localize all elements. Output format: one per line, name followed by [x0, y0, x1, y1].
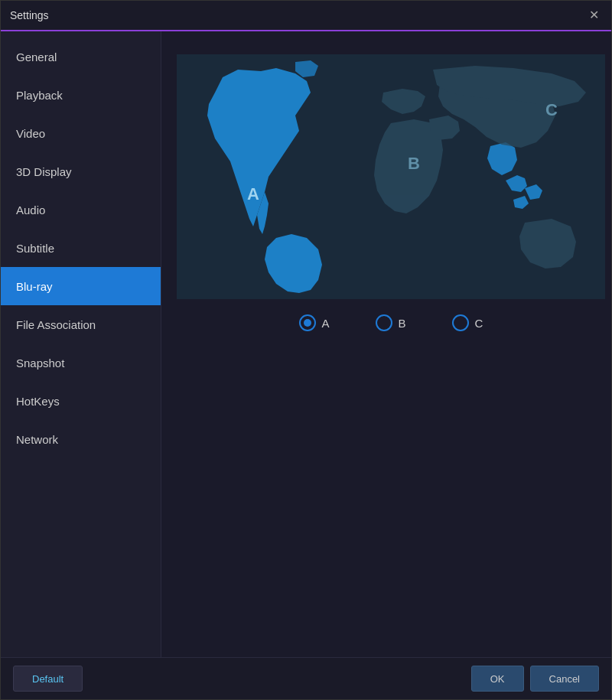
sidebar-item-3d-display[interactable]: 3D Display: [1, 152, 161, 190]
window-title: Settings: [10, 9, 49, 21]
region-label-B: B: [399, 317, 406, 330]
radio-C[interactable]: [452, 314, 469, 331]
footer-right: OK Cancel: [471, 666, 599, 692]
footer-left: Default: [13, 666, 83, 692]
cancel-button[interactable]: Cancel: [530, 666, 599, 692]
sidebar-item-hotkeys[interactable]: HotKeys: [1, 382, 161, 420]
region-option-A[interactable]: A: [299, 314, 330, 331]
radio-A[interactable]: [299, 314, 316, 331]
sidebar: GeneralPlaybackVideo3D DisplayAudioSubti…: [1, 31, 161, 657]
svg-text:B: B: [408, 154, 420, 173]
svg-text:C: C: [545, 100, 558, 119]
sidebar-item-video[interactable]: Video: [1, 114, 161, 152]
region-option-B[interactable]: B: [376, 314, 406, 331]
region-label-A: A: [322, 317, 330, 330]
svg-text:A: A: [247, 184, 259, 203]
footer: Default OK Cancel: [1, 657, 611, 699]
sidebar-item-audio[interactable]: Audio: [1, 190, 161, 229]
region-radio-row: ABC: [299, 314, 483, 331]
settings-window: Settings ✕ GeneralPlaybackVideo3D Displa…: [0, 0, 612, 700]
content-area: GeneralPlaybackVideo3D DisplayAudioSubti…: [1, 31, 611, 657]
title-bar: Settings ✕: [1, 1, 611, 31]
region-label-C: C: [475, 317, 483, 330]
sidebar-item-general[interactable]: General: [1, 37, 161, 76]
world-map: A B C: [177, 54, 605, 299]
sidebar-item-network[interactable]: Network: [1, 420, 161, 458]
close-button[interactable]: ✕: [586, 8, 602, 23]
default-button[interactable]: Default: [13, 666, 83, 692]
sidebar-item-file-association[interactable]: File Association: [1, 305, 161, 343]
radio-B[interactable]: [376, 314, 392, 331]
sidebar-item-snapshot[interactable]: Snapshot: [1, 343, 161, 382]
sidebar-item-playback[interactable]: Playback: [1, 76, 161, 114]
ok-button[interactable]: OK: [471, 666, 524, 692]
region-option-C[interactable]: C: [452, 314, 483, 331]
sidebar-item-subtitle[interactable]: Subtitle: [1, 229, 161, 267]
main-panel: A B C ABC: [161, 31, 611, 657]
sidebar-item-blu-ray[interactable]: Blu-ray: [1, 267, 161, 305]
